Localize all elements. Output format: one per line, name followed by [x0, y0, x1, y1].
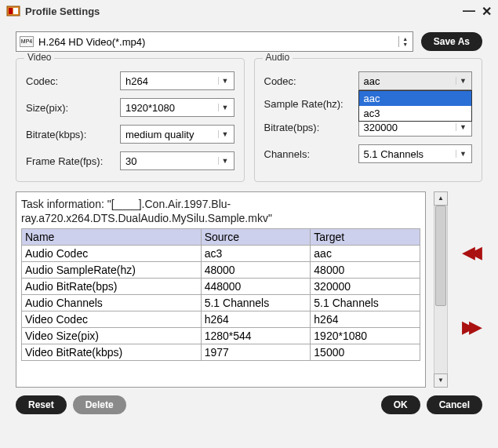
window-title: Profile Settings: [25, 5, 456, 17]
table-row: Audio SampleRate(hz)4800048000: [22, 262, 420, 279]
video-size-select[interactable]: 1920*1080 ▼: [120, 98, 234, 117]
table-cell: aac: [311, 246, 420, 262]
table-row: Video BitRate(kbps)197715000: [22, 344, 420, 361]
table-header: Source: [201, 229, 311, 246]
video-panel-title: Video: [24, 52, 54, 63]
audio-panel-title: Audio: [263, 52, 293, 63]
video-framerate-label: Frame Rate(fps):: [26, 155, 120, 167]
audio-samplerate-label: Sample Rate(hz):: [264, 98, 358, 110]
table-cell: 5.1 Channels: [311, 295, 420, 311]
info-table: NameSourceTarget Audio Codecac3aacAudio …: [21, 228, 420, 361]
svg-rect-1: [9, 8, 13, 14]
video-bitrate-label: Bitrate(kbps):: [26, 129, 120, 140]
side-arrows: ◀◀ ▶▶: [456, 191, 482, 388]
chevron-down-icon: ▼: [456, 77, 467, 85]
task-info-text: Task information: "[____].Con.Air.1997.B…: [21, 197, 420, 225]
audio-codec-label: Codec:: [264, 75, 358, 87]
video-bitrate-select[interactable]: medium quality ▼: [120, 125, 234, 144]
chevron-down-icon: ▼: [218, 77, 229, 85]
audio-channels-label: Channels:: [264, 148, 358, 160]
close-button[interactable]: ✕: [482, 4, 492, 19]
profile-text: H.264 HD Video(*.mp4): [38, 36, 398, 48]
table-cell: 48000: [201, 262, 311, 279]
table-cell: Audio SampleRate(hz): [22, 262, 202, 279]
video-framerate-select[interactable]: 30 ▼: [120, 151, 234, 170]
table-cell: Audio BitRate(bps): [22, 279, 202, 295]
delete-button[interactable]: Delete: [73, 395, 126, 414]
app-icon: [6, 4, 20, 18]
table-cell: Video Size(pix): [22, 328, 202, 344]
video-codec-select[interactable]: h264 ▼: [120, 71, 234, 90]
scroll-track[interactable]: [434, 206, 448, 373]
table-header: Name: [22, 229, 202, 246]
bottom-bar: Reset Delete OK Cancel: [0, 388, 498, 422]
table-cell: 320000: [311, 279, 420, 295]
table-cell: Audio Channels: [22, 295, 202, 311]
forward-button[interactable]: ▶▶: [462, 317, 476, 337]
reset-button[interactable]: Reset: [16, 395, 67, 414]
audio-bitrate-label: Bitrate(bps):: [264, 122, 358, 133]
table-cell: 1977: [201, 344, 311, 361]
scrollbar[interactable]: ▲ ▼: [432, 191, 449, 388]
task-info-box: Task information: "[____].Con.Air.1997.B…: [16, 191, 426, 388]
video-panel: Video Codec: h264 ▼ Size(pix): 1920*1080…: [16, 58, 245, 182]
audio-channels-select[interactable]: 5.1 Channels ▼: [358, 144, 473, 163]
table-cell: 448000: [201, 279, 311, 295]
table-row: Video Size(pix)1280*5441920*1080: [22, 328, 420, 344]
audio-codec-select[interactable]: aac ▼ aac ac3: [358, 71, 473, 90]
svg-rect-2: [13, 8, 18, 14]
rewind-button[interactable]: ◀◀: [462, 242, 476, 263]
table-cell: h264: [311, 311, 420, 328]
table-cell: Video BitRate(kbps): [22, 344, 202, 361]
profile-select[interactable]: MP4 H.264 HD Video(*.mp4) ▲▼: [16, 31, 413, 52]
table-cell: Video Codec: [22, 311, 202, 328]
ok-button[interactable]: OK: [381, 395, 420, 414]
dropdown-option-aac[interactable]: aac: [359, 91, 472, 106]
chevron-down-icon: ▼: [456, 150, 467, 158]
chevron-down-icon: ▼: [218, 130, 229, 138]
minimize-button[interactable]: —: [463, 4, 475, 18]
scroll-thumb[interactable]: [435, 206, 446, 306]
chevron-down-icon: ▼: [218, 104, 229, 111]
table-cell: 48000: [311, 262, 420, 279]
mp4-icon: MP4: [20, 36, 34, 47]
titlebar: Profile Settings — ✕: [0, 0, 498, 22]
chevron-down-icon: ▼: [218, 157, 229, 165]
table-cell: ac3: [201, 246, 311, 262]
audio-panel: Audio Codec: aac ▼ aac ac3 Sample Rate(h…: [254, 58, 483, 182]
table-cell: 5.1 Channels: [201, 295, 311, 311]
table-cell: 15000: [311, 344, 420, 361]
dropdown-option-ac3[interactable]: ac3: [359, 106, 472, 121]
table-row: Audio BitRate(bps)448000320000: [22, 279, 420, 295]
video-codec-label: Codec:: [26, 75, 120, 87]
table-cell: 1280*544: [201, 328, 311, 344]
table-cell: 1920*1080: [311, 328, 420, 344]
table-row: Audio Codecac3aac: [22, 246, 420, 262]
chevron-down-icon: ▼: [456, 123, 467, 131]
save-as-button[interactable]: Save As: [421, 32, 482, 51]
table-cell: Audio Codec: [22, 246, 202, 262]
table-row: Audio Channels5.1 Channels5.1 Channels: [22, 295, 420, 311]
video-size-label: Size(pix):: [26, 102, 120, 114]
top-row: MP4 H.264 HD Video(*.mp4) ▲▼ Save As: [0, 22, 498, 58]
scroll-up-icon[interactable]: ▲: [434, 191, 448, 206]
table-cell: h264: [201, 311, 311, 328]
stepper-arrows-icon[interactable]: ▲▼: [398, 36, 409, 47]
table-row: Video Codech264h264: [22, 311, 420, 328]
info-area: Task information: "[____].Con.Air.1997.B…: [16, 191, 482, 388]
table-header: Target: [311, 229, 420, 246]
cancel-button[interactable]: Cancel: [427, 395, 482, 414]
audio-codec-dropdown: aac ac3: [358, 90, 473, 122]
scroll-down-icon[interactable]: ▼: [434, 373, 448, 388]
